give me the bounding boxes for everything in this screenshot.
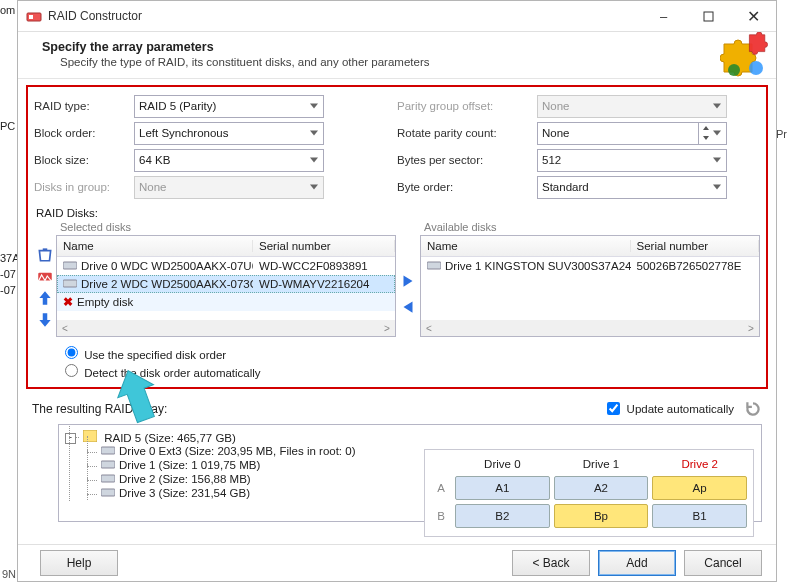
selected-toolbar [34, 221, 56, 337]
right-crop-strip: Pr [776, 0, 788, 582]
raid-disks-label: RAID Disks: [36, 207, 760, 219]
crop-text: Pr [776, 128, 787, 140]
block-order-label: Block order: [34, 127, 134, 139]
svg-rect-7 [63, 280, 77, 287]
raid-type-label: RAID type: [34, 100, 134, 112]
matrix-col-0: Drive 0 [453, 454, 552, 474]
col-name[interactable]: Name [421, 240, 631, 252]
block-size-select[interactable]: 64 KB [134, 149, 324, 172]
svg-rect-6 [63, 262, 77, 269]
tree-node[interactable]: Drive 0 Ext3 (Size: 203,95 MB, Files in … [119, 445, 355, 457]
radio-specified-order[interactable]: Use the specified disk order [60, 343, 760, 361]
byte-order-select[interactable]: Standard [537, 176, 727, 199]
table-row[interactable]: Drive 2 WDC WD2500AAKX-073CA1 WD-WMAYV22… [57, 275, 395, 293]
matrix-cell: B1 [652, 504, 747, 528]
svg-rect-12 [101, 475, 115, 482]
help-button[interactable]: Help [40, 550, 118, 576]
col-name[interactable]: Name [57, 240, 253, 252]
selected-disks-label: Selected disks [60, 221, 396, 233]
svg-rect-8 [427, 262, 441, 269]
block-order-select[interactable]: Left Synchronous [134, 122, 324, 145]
button-bar: Help < Back Add Cancel [18, 544, 776, 581]
tree-node[interactable]: Drive 2 (Size: 156,88 MB) [119, 473, 251, 485]
matrix-cell: Bp [554, 504, 649, 528]
tree-node[interactable]: Drive 3 (Size: 231,54 GB) [119, 487, 250, 499]
col-serial[interactable]: Serial number [631, 240, 759, 252]
parity-offset-label: Parity group offset: [397, 100, 537, 112]
svg-point-3 [749, 61, 763, 75]
available-disks-list[interactable]: Name Serial number Drive 1 KINGSTON SUV3… [420, 235, 760, 337]
parity-offset-select: None [537, 95, 727, 118]
update-auto-checkbox[interactable]: Update automatically [603, 399, 734, 418]
minimize-button[interactable]: – [641, 1, 686, 31]
bytes-sector-select[interactable]: 512 [537, 149, 727, 172]
spin-down-icon[interactable] [698, 133, 712, 144]
table-row[interactable]: ✖Empty disk [57, 293, 395, 311]
params-panel: RAID type: RAID 5 (Parity) Block order: … [26, 85, 768, 389]
svg-rect-9 [83, 430, 97, 442]
svg-rect-10 [101, 447, 115, 454]
byte-order-label: Byte order: [397, 181, 537, 193]
titlebar: RAID Constructor – ✕ [18, 1, 776, 32]
add-button[interactable]: Add [598, 550, 676, 576]
disk-icon [63, 260, 77, 272]
disk-icon [101, 487, 115, 499]
col-serial[interactable]: Serial number [253, 240, 395, 252]
spin-up-icon[interactable] [698, 123, 712, 134]
close-button[interactable]: ✕ [731, 1, 776, 31]
scrollbar[interactable]: <> [421, 320, 759, 336]
puzzle-icon [720, 32, 768, 80]
page-title: Specify the array parameters [42, 40, 762, 54]
header-band: Specify the array parameters Specify the… [18, 32, 776, 79]
scrollbar[interactable]: <> [57, 320, 395, 336]
cancel-button[interactable]: Cancel [684, 550, 762, 576]
maximize-button[interactable] [686, 1, 731, 31]
svg-rect-1 [29, 15, 33, 19]
matrix-row-a: A [429, 474, 453, 502]
back-button[interactable]: < Back [512, 550, 590, 576]
table-row[interactable]: Drive 0 WDC WD2500AAKX-07U6AA0 WD-WCC2F0… [57, 257, 395, 275]
bytes-sector-label: Bytes per sector: [397, 154, 537, 166]
crop-text: 9N [0, 566, 18, 582]
table-row[interactable]: Drive 1 KINGSTON SUV300S37A240G 50026B72… [421, 257, 759, 275]
selected-disks-list[interactable]: Name Serial number Drive 0 WDC WD2500AAK… [56, 235, 396, 337]
move-down-icon[interactable] [36, 311, 54, 329]
raid-type-select[interactable]: RAID 5 (Parity) [134, 95, 324, 118]
crop-text: -07 [0, 268, 16, 280]
matrix-cell: A2 [554, 476, 649, 500]
crop-text: PC [0, 120, 15, 132]
refresh-icon[interactable] [744, 400, 762, 418]
broken-disk-icon[interactable] [36, 267, 54, 285]
matrix-cell: Ap [652, 476, 747, 500]
add-disk-arrow-icon[interactable] [399, 272, 417, 290]
disks-in-group-label: Disks in group: [34, 181, 134, 193]
tree-root[interactable]: RAID 5 (Size: 465,77 GB) [104, 432, 236, 444]
result-label: The resulting RAID array: [32, 402, 167, 416]
matrix-cell: A1 [455, 476, 550, 500]
svg-rect-11 [101, 461, 115, 468]
radio-auto-order[interactable]: Detect the disk order automatically [60, 361, 760, 379]
tree-node[interactable]: Drive 1 (Size: 1 019,75 MB) [119, 459, 260, 471]
svg-rect-13 [101, 489, 115, 496]
disk-icon [427, 260, 441, 272]
window-title: RAID Constructor [48, 9, 641, 23]
disk-icon [101, 445, 115, 457]
disk-icon [63, 278, 77, 290]
delete-icon[interactable] [36, 245, 54, 263]
matrix-col-2: Drive 2 [650, 454, 749, 474]
order-radios: Use the specified disk order Detect the … [34, 343, 760, 379]
app-icon [26, 8, 42, 24]
page-subtitle: Specify the type of RAID, its constituen… [42, 56, 762, 68]
rotate-parity-label: Rotate parity count: [397, 127, 537, 139]
collapse-icon[interactable]: - [65, 433, 76, 444]
move-up-icon[interactable] [36, 289, 54, 307]
disks-in-group-select: None [134, 176, 324, 199]
broken-disk-icon: ✖ [63, 296, 73, 308]
disk-icon [101, 473, 115, 485]
available-disks-label: Available disks [424, 221, 760, 233]
disk-icon [101, 459, 115, 471]
remove-disk-arrow-icon[interactable] [399, 298, 417, 316]
matrix-col-1: Drive 1 [552, 454, 651, 474]
rotate-parity-select[interactable]: None [537, 122, 727, 145]
svg-point-4 [728, 64, 740, 76]
